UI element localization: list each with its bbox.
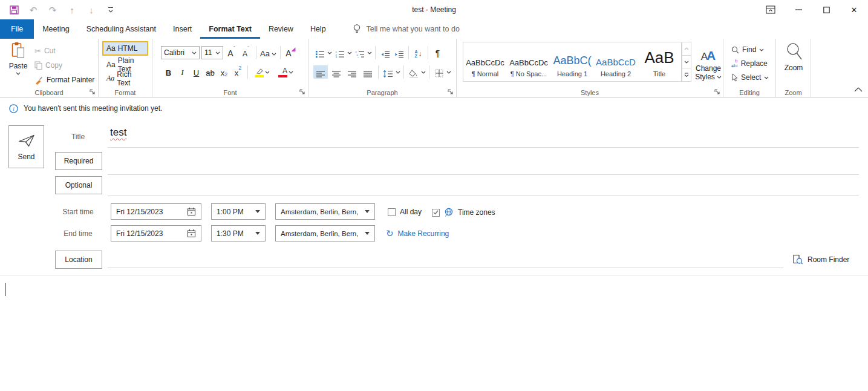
style-no-spacing[interactable]: AaBbCcDc ¶ No Spac...	[507, 42, 550, 81]
style-heading-1[interactable]: AaBbC( Heading 1	[550, 42, 594, 81]
decrease-indent-button[interactable]	[379, 46, 391, 59]
tab-help[interactable]: Help	[302, 19, 334, 39]
paste-button[interactable]: Paste	[7, 42, 29, 87]
replace-button[interactable]: b⇄c Replace	[729, 57, 769, 70]
styles-gallery-more-button[interactable]	[682, 68, 691, 82]
tab-meeting[interactable]: Meeting	[34, 19, 77, 39]
paragraph-dialog-launcher[interactable]	[447, 88, 454, 96]
end-timezone-dropdown[interactable]: Amsterdam, Berlin, Bern,	[275, 225, 375, 242]
title-field-value[interactable]: test	[110, 126, 126, 139]
start-timezone-dropdown[interactable]: Amsterdam, Berlin, Bern,	[275, 203, 375, 220]
grow-font-icon: A	[227, 48, 233, 58]
align-left-button[interactable]	[313, 65, 328, 79]
underline-button[interactable]: U	[190, 65, 203, 79]
chevron-down-icon[interactable]	[396, 71, 400, 74]
change-styles-button[interactable]: A A Change Styles	[695, 42, 722, 91]
font-size-combobox[interactable]: 11	[201, 46, 223, 59]
tab-format-text[interactable]: Format Text	[200, 19, 260, 39]
subscript-button[interactable]: x2	[218, 65, 230, 79]
superscript-button[interactable]: x2	[232, 65, 244, 79]
location-button[interactable]: Location	[55, 251, 102, 269]
chevron-down-icon[interactable]	[265, 71, 270, 74]
required-button[interactable]: Required	[55, 152, 102, 170]
end-time-picker[interactable]: 1:30 PM	[211, 225, 266, 242]
font-color-button[interactable]: A	[275, 65, 287, 79]
message-body-editor[interactable]	[0, 276, 868, 391]
italic-button[interactable]: I	[176, 65, 189, 79]
time-zones-checkbox[interactable]: Time zones	[432, 208, 495, 217]
multilevel-list-button[interactable]: 1ai	[353, 46, 366, 59]
tell-me-box[interactable]: Tell me what you want to do	[353, 19, 460, 39]
shrink-font-button[interactable]: Aˇ	[240, 46, 252, 59]
tab-file[interactable]: File	[0, 19, 34, 39]
styles-dialog-launcher[interactable]	[714, 88, 721, 96]
chevron-down-icon[interactable]	[367, 51, 372, 54]
collapse-ribbon-button[interactable]	[854, 87, 866, 96]
location-field-underline[interactable]	[108, 268, 783, 268]
font-family-combobox[interactable]: Calibri	[161, 46, 200, 59]
copy-button[interactable]: Copy	[33, 59, 64, 72]
ribbon-display-options-button[interactable]	[757, 0, 785, 19]
dropdown-arrow-icon	[365, 210, 370, 213]
start-time-picker[interactable]: 1:00 PM	[211, 203, 266, 220]
chevron-down-icon[interactable]	[446, 71, 451, 74]
clear-formatting-button[interactable]: A◢	[284, 46, 297, 59]
align-right-button[interactable]	[345, 65, 359, 79]
start-date-picker[interactable]: Fri 12/15/2023	[111, 203, 201, 220]
sort-button[interactable]: A Z ↓	[412, 46, 425, 59]
required-field-underline[interactable]	[108, 174, 859, 175]
format-rich-text-button[interactable]: Aa Rich Text	[103, 72, 149, 85]
optional-field-underline[interactable]	[108, 196, 859, 196]
text-highlight-color-button[interactable]	[251, 65, 264, 79]
all-day-checkbox[interactable]: All day	[388, 208, 422, 216]
format-painter-button[interactable]: Format Painter	[33, 73, 96, 87]
style-normal[interactable]: AaBbCcDc ¶ Normal	[463, 42, 507, 81]
styles-scroll-up-button[interactable]	[682, 42, 691, 56]
end-date-picker[interactable]: Fri 12/15/2023	[111, 225, 201, 242]
format-html-button[interactable]: Aa HTML	[102, 41, 148, 56]
styles-scroll-down-button[interactable]	[682, 56, 691, 69]
chevron-down-icon[interactable]	[421, 71, 426, 74]
strikethrough-button[interactable]: ab	[204, 65, 217, 79]
line-spacing-button[interactable]	[382, 65, 394, 79]
bullets-button[interactable]	[313, 46, 326, 59]
make-recurring-link[interactable]: ↻ Make Recurring	[386, 229, 449, 238]
find-button[interactable]: Find	[729, 43, 766, 56]
clipboard-dialog-launcher[interactable]	[89, 88, 96, 96]
tab-review[interactable]: Review	[260, 19, 302, 39]
cut-button[interactable]: ✂ Cut	[33, 44, 57, 58]
shading-button[interactable]	[407, 65, 420, 79]
info-icon: i	[9, 104, 18, 113]
time-zones-label: Time zones	[458, 208, 495, 217]
justify-button[interactable]	[361, 65, 375, 79]
title-field-underline[interactable]	[108, 147, 859, 148]
format-plain-text-button[interactable]: Aa Plain Text	[103, 58, 149, 71]
style-title[interactable]: AaB Title	[638, 42, 681, 81]
chevron-down-icon[interactable]	[347, 51, 352, 54]
show-hide-pilcrow-button[interactable]: ¶	[431, 46, 444, 59]
room-finder-button[interactable]: Room Finder	[792, 254, 849, 264]
grow-font-button[interactable]: Aˆ	[225, 46, 238, 59]
style-heading-2[interactable]: AaBbCcD Heading 2	[594, 42, 638, 81]
select-button[interactable]: Select	[729, 71, 771, 84]
zoom-button[interactable]: Zoom	[776, 42, 811, 72]
close-button[interactable]: ✕	[840, 0, 868, 19]
chevron-down-icon[interactable]	[289, 71, 293, 74]
change-case-button[interactable]: Aa	[260, 46, 276, 59]
minimize-button[interactable]	[785, 0, 812, 19]
font-dialog-launcher[interactable]	[299, 88, 306, 96]
room-finder-icon	[792, 254, 803, 264]
tab-insert[interactable]: Insert	[165, 19, 200, 39]
optional-button[interactable]: Optional	[55, 176, 102, 194]
increase-indent-button[interactable]	[393, 46, 405, 59]
tab-scheduling-assistant[interactable]: Scheduling Assistant	[78, 19, 165, 39]
center-button[interactable]	[329, 65, 344, 79]
chevron-down-icon[interactable]	[327, 51, 332, 54]
borders-button[interactable]	[432, 65, 445, 79]
numbering-button[interactable]: 123	[333, 46, 346, 59]
style-name: ¶ Normal	[472, 70, 498, 77]
maximize-button[interactable]	[812, 0, 840, 19]
bold-button[interactable]: B	[162, 65, 175, 79]
svg-text:i: i	[13, 106, 15, 112]
send-button[interactable]: Send	[8, 125, 44, 168]
